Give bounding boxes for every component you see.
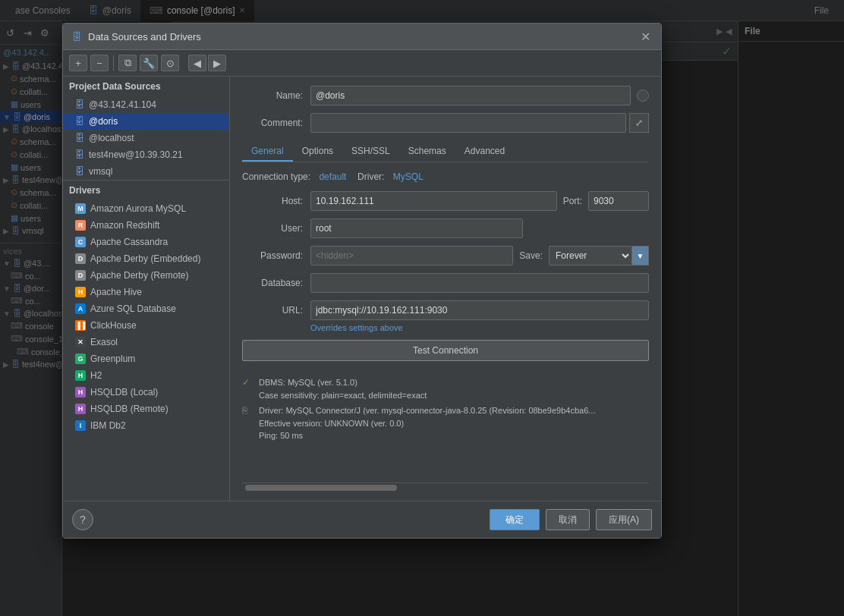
driver-label-exasol: Exasol [90, 337, 118, 347]
status-lines-2: Driver: MySQL Connector/J (ver. mysql-co… [259, 404, 595, 442]
cancel-button[interactable]: 取消 [546, 509, 590, 530]
driver-exasol[interactable]: ✕ Exasol [63, 334, 229, 350]
source-label-doris: @doris [89, 116, 118, 127]
url-label: URL: [242, 305, 310, 316]
ibm-db2-icon: I [75, 420, 86, 431]
hive-icon: H [75, 287, 86, 297]
tab-advanced[interactable]: Advanced [455, 142, 514, 162]
driver-aurora-mysql[interactable]: M Amazon Aurora MySQL [63, 200, 229, 217]
tab-ssh-ssl-label: SSH/SSL [351, 146, 390, 156]
add-datasource-btn[interactable]: + [69, 55, 87, 71]
source-label: @43.142.41.104 [89, 99, 156, 110]
source-doris[interactable]: 🗄 @doris [63, 113, 229, 130]
database-row: Database: [242, 273, 649, 293]
scroll-thumb[interactable] [245, 485, 397, 491]
driver-hsqldb-local[interactable]: H HSQLDB (Local) [63, 384, 229, 401]
driver-hsqldb-remote[interactable]: H HSQLDB (Remote) [63, 401, 229, 417]
user-row: User: [242, 218, 649, 238]
driver-label-redshift: Amazon Redshift [90, 220, 159, 231]
apply-button[interactable]: 应用(A) [596, 509, 652, 530]
host-input[interactable] [310, 191, 557, 211]
source-icon-vmsql: 🗄 [75, 166, 84, 177]
source-test4new[interactable]: 🗄 test4new@10.39.30.21 [63, 146, 229, 163]
toolbar-sep-1 [113, 55, 114, 71]
name-row: Name: [242, 86, 649, 105]
source-icon-localhost: 🗄 [75, 133, 84, 143]
driver-label-azure: Azure SQL Database [90, 303, 176, 314]
reset-datasource-btn[interactable]: ⊙ [161, 55, 179, 71]
tab-options[interactable]: Options [293, 142, 342, 162]
save-dropdown-btn[interactable]: ▼ [632, 246, 649, 266]
url-row: URL: [242, 300, 649, 320]
driver-greenplum[interactable]: G Greenplum [63, 350, 229, 367]
dialog-title-icon: 🗄 [72, 31, 82, 42]
tab-schemas[interactable]: Schemas [399, 142, 455, 162]
driver-derby-rem[interactable]: D Apache Derby (Remote) [63, 267, 229, 284]
test-connection-button[interactable]: Test Connection [242, 340, 649, 361]
copy-datasource-btn[interactable]: ⧉ [118, 55, 137, 71]
source-vmsql[interactable]: 🗄 vmsql [63, 163, 229, 180]
remove-datasource-btn[interactable]: − [90, 55, 109, 71]
derby-rem-icon: D [75, 270, 86, 281]
driver-hive[interactable]: H Apache Hive [63, 284, 229, 300]
aurora-mysql-icon: M [75, 203, 86, 214]
dialog-titlebar: 🗄 Data Sources and Drivers ✕ [63, 24, 661, 50]
driver-cassandra[interactable]: C Apache Cassandra [63, 234, 229, 250]
database-input[interactable] [310, 273, 649, 293]
connection-type-link[interactable]: default [319, 171, 346, 182]
driver-label: Amazon Aurora MySQL [90, 203, 186, 214]
scroll-bar[interactable] [242, 482, 649, 492]
connection-type-label: Connection type: [242, 171, 310, 182]
exasol-icon: ✕ [75, 337, 86, 347]
dialog-toolbar: + − ⧉ 🔧 ⊙ ◀ ▶ [63, 50, 661, 77]
ok-button[interactable]: 确定 [490, 509, 540, 530]
dialog-close-button[interactable]: ✕ [638, 30, 652, 43]
status-copy-icon: ⎘ [242, 405, 253, 416]
driver-ibm-db2[interactable]: I IBM Db2 [63, 417, 229, 434]
tab-schemas-label: Schemas [408, 146, 446, 156]
status-line-2: Case sensitivity: plain=exact, delimited… [259, 389, 427, 402]
status-row-2: ⎘ Driver: MySQL Connector/J (ver. mysql-… [242, 404, 649, 442]
password-input[interactable] [310, 246, 513, 266]
azure-icon: A [75, 303, 86, 314]
datasources-dialog: 🗄 Data Sources and Drivers ✕ + − ⧉ 🔧 ⊙ ◀… [62, 23, 662, 539]
status-section: ✓ DBMS: MySQL (ver. 5.1.0) Case sensitiv… [242, 370, 649, 451]
status-lines: DBMS: MySQL (ver. 5.1.0) Case sensitivit… [259, 376, 427, 401]
nav-back-btn[interactable]: ◀ [188, 55, 206, 71]
help-button[interactable]: ? [72, 509, 93, 530]
name-status-indicator [637, 90, 649, 102]
dialog-overlay: 🗄 Data Sources and Drivers ✕ + − ⧉ 🔧 ⊙ ◀… [0, 0, 844, 616]
driver-label-hive: Apache Hive [90, 287, 142, 297]
user-input[interactable] [310, 218, 523, 238]
source-43142[interactable]: 🗄 @43.142.41.104 [63, 96, 229, 113]
status-line-1: DBMS: MySQL (ver. 5.1.0) [259, 376, 427, 389]
save-select[interactable]: Forever Until restart Never [549, 246, 632, 266]
driver-clickhouse[interactable]: ▐▐ ClickHouse [63, 317, 229, 334]
source-icon-test4: 🗄 [75, 149, 84, 160]
tab-ssh-ssl[interactable]: SSH/SSL [342, 142, 399, 162]
form-tabs: General Options SSH/SSL Schemas Advanced [242, 142, 649, 162]
host-port-row: Host: Port: [242, 191, 649, 211]
drivers-header: Drivers [63, 180, 229, 200]
redshift-icon: R [75, 220, 86, 231]
status-row-1: ✓ DBMS: MySQL (ver. 5.1.0) Case sensitiv… [242, 376, 649, 401]
driver-label-derby-rem: Apache Derby (Remote) [90, 270, 188, 281]
driver-label-green: Greenplum [90, 354, 135, 364]
nav-forward-btn[interactable]: ▶ [208, 55, 226, 71]
driver-derby-emb[interactable]: D Apache Derby (Embedded) [63, 250, 229, 267]
settings-datasource-btn[interactable]: 🔧 [140, 55, 158, 71]
driver-label-cassandra: Apache Cassandra [90, 237, 168, 247]
url-input[interactable] [310, 300, 649, 320]
driver-azure[interactable]: A Azure SQL Database [63, 300, 229, 317]
port-input[interactable] [588, 191, 649, 211]
source-localhost[interactable]: 🗄 @localhost [63, 130, 229, 146]
name-input[interactable] [310, 86, 631, 105]
driver-redshift[interactable]: R Amazon Redshift [63, 217, 229, 234]
driver-value-link[interactable]: MySQL [393, 171, 424, 182]
comment-input[interactable] [310, 113, 626, 133]
name-label: Name: [242, 90, 310, 101]
comment-expand-btn[interactable]: ⤢ [629, 113, 649, 133]
tab-general[interactable]: General [242, 142, 293, 162]
driver-h2[interactable]: H H2 [63, 367, 229, 384]
driver-label-click: ClickHouse [90, 320, 137, 331]
